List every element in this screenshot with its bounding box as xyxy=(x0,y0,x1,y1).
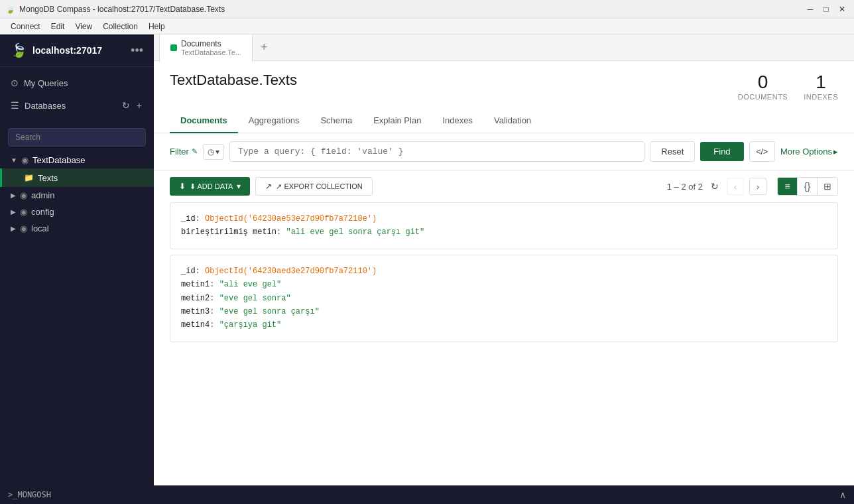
doc-field-metin3: metin3: "eve gel sonra çarşı" xyxy=(181,305,827,318)
document-card-2: _id: ObjectId('64230aed3e27d90fb7a72110'… xyxy=(170,255,838,342)
download-icon: ⬇ xyxy=(179,182,186,191)
minimize-button[interactable]: ─ xyxy=(804,3,817,16)
tab-documents-view[interactable]: Documents xyxy=(170,109,238,133)
edit-icon: ✎ xyxy=(192,147,198,156)
options-dropdown[interactable]: ◷ ▾ xyxy=(203,144,224,160)
add-database-button[interactable]: + xyxy=(135,99,143,112)
find-button[interactable]: Find xyxy=(700,142,743,161)
reset-button[interactable]: Reset xyxy=(650,141,695,162)
doc-field-id-1: _id: ObjectId('64230ae53e27d90fb7a7210e'… xyxy=(181,212,827,225)
pagination-info: 1 – 2 of 2 xyxy=(667,182,703,192)
tab-documents[interactable]: Documents TextDatabase.Te... xyxy=(159,34,253,62)
view-buttons: ≡ {} ⊞ xyxy=(777,177,838,196)
menu-connect[interactable]: Connect xyxy=(5,21,46,32)
main-content: Documents TextDatabase.Te... + TextDatab… xyxy=(154,34,854,485)
page-header: TextDatabase.Texts 0 DOCUMENTS 1 INDEXES xyxy=(154,61,854,101)
toolbar: Filter ✎ ◷ ▾ Reset Find </> More Options… xyxy=(154,133,854,170)
brackets-button[interactable]: </> xyxy=(749,141,775,162)
doc-field-birlestirilmis: birleştirilmiş metin: "ali eve gel sonra… xyxy=(181,225,827,239)
titlebar-controls: ─ □ ✕ xyxy=(804,3,849,16)
db-icon: ◉ xyxy=(21,155,29,165)
tab-validation[interactable]: Validation xyxy=(483,109,542,133)
sidebar-nav: ⊙ My Queries ☰ Databases ↻ + xyxy=(0,67,154,123)
table-view-button[interactable]: ⊞ xyxy=(818,178,837,195)
actions-row: ⬇ ⬇ ADD DATA ▾ ↗ ↗ EXPORT COLLECTION 1 –… xyxy=(154,170,854,202)
queries-icon: ⊙ xyxy=(11,78,19,88)
maximize-button[interactable]: □ xyxy=(820,3,833,16)
add-data-button[interactable]: ⬇ ⬇ ADD DATA ▾ xyxy=(170,177,250,196)
document-card-1: _id: ObjectId('64230ae53e27d90fb7a7210e'… xyxy=(170,202,838,249)
app-body: 🍃 localhost:27017 ••• ⊙ My Queries ☰ Dat… xyxy=(0,34,854,485)
export-icon: ↗ xyxy=(265,182,272,191)
sidebar-hostname: localhost:27017 xyxy=(32,45,102,56)
leaf-icon: 🍃 xyxy=(11,42,27,58)
documents-label: DOCUMENTS xyxy=(738,93,788,101)
chevron-right-icon-config: ▶ xyxy=(11,208,16,216)
filter-label[interactable]: Filter ✎ xyxy=(170,147,198,157)
list-view-button[interactable]: ≡ xyxy=(778,178,798,195)
chevron-right-icon-local: ▶ xyxy=(11,225,16,232)
tab-subtitle: TextDatabase.Te... xyxy=(181,48,241,56)
pagination: 1 – 2 of 2 ↻ ‹ › ≡ {} ⊞ xyxy=(667,177,838,196)
indexes-label: INDEXES xyxy=(804,93,838,101)
db-icon-local: ◉ xyxy=(20,223,27,233)
mongosh-label[interactable]: >_MONGOSH xyxy=(8,490,51,499)
chevron-down-icon: ▼ xyxy=(11,157,17,164)
sidebar-logo: 🍃 localhost:27017 xyxy=(11,42,102,58)
chevron-down-icon-add: ▾ xyxy=(237,182,241,191)
tabbar: Documents TextDatabase.Te... + xyxy=(154,34,854,61)
db-icon-admin: ◉ xyxy=(20,190,27,200)
search-input[interactable] xyxy=(8,128,146,147)
sidebar-item-config[interactable]: ▶ ◉ config xyxy=(0,204,154,220)
menu-edit[interactable]: Edit xyxy=(46,21,70,32)
more-options-button[interactable]: More Options ▸ xyxy=(780,147,838,157)
doc-stats: 0 DOCUMENTS 1 INDEXES xyxy=(738,72,838,101)
collection-tabs: Documents Aggregations Schema Explain Pl… xyxy=(154,109,854,133)
documents-area: _id: ObjectId('64230ae53e27d90fb7a7210e'… xyxy=(154,202,854,485)
sidebar-header: 🍃 localhost:27017 ••• xyxy=(0,34,154,67)
tab-schema[interactable]: Schema xyxy=(310,109,363,133)
sidebar-item-texts[interactable]: 📁 Texts ••• xyxy=(0,168,154,187)
refresh-databases-button[interactable]: ↻ xyxy=(121,99,131,112)
tab-label: Documents xyxy=(181,39,241,48)
prev-page-button[interactable]: ‹ xyxy=(727,178,744,195)
databases-icon: ☰ xyxy=(11,100,19,111)
sidebar-item-admin[interactable]: ▶ ◉ admin xyxy=(0,187,154,204)
menubar: Connect Edit View Collection Help xyxy=(0,19,854,34)
next-page-button[interactable]: › xyxy=(749,178,766,195)
json-view-button[interactable]: {} xyxy=(798,178,818,195)
indexes-count: 1 xyxy=(804,72,838,93)
doc-field-metin4: metin4: "çarşıya git" xyxy=(181,318,827,332)
sidebar: 🍃 localhost:27017 ••• ⊙ My Queries ☰ Dat… xyxy=(0,34,154,485)
menu-help[interactable]: Help xyxy=(143,21,170,32)
mongosh-expand-button[interactable]: ∧ xyxy=(839,489,846,500)
code-icon: </> xyxy=(757,147,768,157)
collection-item-left: 📁 Texts xyxy=(24,173,58,183)
sidebar-item-databases[interactable]: ☰ Databases ↻ + xyxy=(0,94,154,117)
sidebar-item-textdatabase[interactable]: ▼ ◉ TextDatabase xyxy=(0,152,154,168)
sidebar-item-local[interactable]: ▶ ◉ local xyxy=(0,220,154,237)
mongo-icon: 🍃 xyxy=(5,5,15,14)
chevron-right-icon: ▶ xyxy=(11,192,16,199)
tab-explain-plan[interactable]: Explain Plan xyxy=(363,109,432,133)
sidebar-more-button[interactable]: ••• xyxy=(131,44,143,58)
sidebar-database-list: ▼ ◉ TextDatabase 📁 Texts ••• ▶ ◉ admin ▶ xyxy=(0,152,154,485)
actions-left: ⬇ ⬇ ADD DATA ▾ ↗ ↗ EXPORT COLLECTION xyxy=(170,177,373,196)
doc-field-metin1: metin1: "ali eve gel" xyxy=(181,278,827,291)
titlebar-title: 🍃 MongoDB Compass - localhost:27017/Text… xyxy=(5,5,225,14)
stat-indexes: 1 INDEXES xyxy=(804,72,838,101)
page-title: TextDatabase.Texts xyxy=(170,72,297,89)
bottombar: >_MONGOSH ∧ xyxy=(0,485,854,504)
tab-aggregations[interactable]: Aggregations xyxy=(238,109,310,133)
refresh-button[interactable]: ↻ xyxy=(708,178,721,194)
filter-input[interactable] xyxy=(229,141,644,162)
documents-count: 0 xyxy=(738,72,788,93)
menu-view[interactable]: View xyxy=(70,21,97,32)
export-collection-button[interactable]: ↗ ↗ EXPORT COLLECTION xyxy=(255,177,372,196)
sidebar-item-my-queries[interactable]: ⊙ My Queries xyxy=(0,72,154,94)
tab-indexes[interactable]: Indexes xyxy=(432,109,483,133)
folder-icon: 📁 xyxy=(24,173,34,182)
menu-collection[interactable]: Collection xyxy=(97,21,143,32)
new-tab-button[interactable]: + xyxy=(255,38,273,57)
close-button[interactable]: ✕ xyxy=(835,3,849,16)
